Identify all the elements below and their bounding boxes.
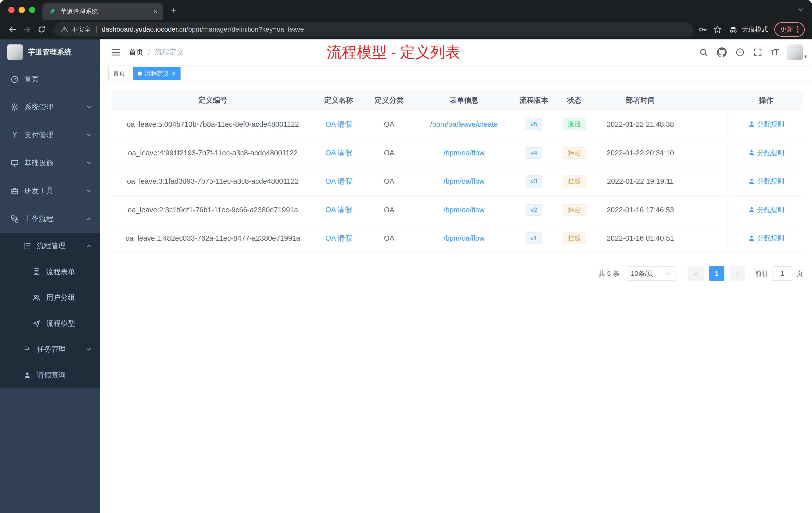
url-bar[interactable]: 不安全 dashboard.yudao.iocoder.cn/bpm/manag…	[54, 22, 693, 37]
new-tab-button[interactable]: +	[171, 5, 177, 15]
font-size-icon[interactable]: тT	[771, 48, 778, 57]
chevron-down-icon	[86, 132, 92, 138]
form-link[interactable]: /bpm/oa/leave/create	[430, 120, 498, 128]
sidebar-menu: 首页 系统管理 ¥ 支付管理 基础设施	[0, 65, 100, 388]
key-icon[interactable]	[698, 25, 707, 34]
current-page-button[interactable]: 1	[709, 266, 725, 281]
forward-icon[interactable]	[20, 22, 34, 37]
goto-page: 前往 页	[755, 266, 803, 281]
assign-rule-link[interactable]: 分配规则	[749, 205, 784, 214]
breadcrumb-home[interactable]: 首页	[129, 47, 144, 57]
window-controls	[8, 7, 35, 13]
tree-list-icon	[23, 241, 32, 250]
search-icon[interactable]	[699, 48, 708, 57]
cell-definition-id: oa_leave:4:991f2193-7b7f-11ec-a3c8-acde4…	[112, 139, 314, 167]
paper-plane-icon	[32, 319, 41, 328]
sidebar-item-label: 工作流程	[24, 214, 53, 224]
tag-label: 流程定义	[144, 69, 169, 78]
bookmark-star-icon[interactable]	[713, 25, 722, 34]
assign-rule-link[interactable]: 分配规则	[749, 148, 784, 157]
sidebar-item-label: 流程模型	[46, 319, 75, 329]
tab-search-icon[interactable]	[798, 7, 804, 13]
sidebar-item-task-management[interactable]: 任务管理	[0, 337, 100, 362]
next-page-button[interactable]: ›	[730, 266, 745, 281]
sidebar-logo[interactable]: 芋道管理系统	[0, 39, 100, 65]
update-button[interactable]: 更新	[774, 22, 805, 37]
col-filler	[687, 91, 729, 110]
form-link[interactable]: /bpm/oa/flow	[443, 206, 485, 214]
browser-tab[interactable]: 芋道管理系统 ×	[42, 3, 163, 20]
form-icon	[32, 267, 41, 276]
zoom-window-button[interactable]	[29, 7, 35, 13]
caret-down-icon: ▾	[804, 54, 807, 60]
form-link[interactable]: /bpm/oa/flow	[443, 234, 485, 242]
tag-close-icon[interactable]: ×	[172, 70, 176, 77]
url-text: dashboard.yudao.iocoder.cn/bpm/manager/d…	[102, 26, 304, 33]
github-icon[interactable]	[717, 48, 727, 57]
sidebar-item-system[interactable]: 系统管理	[0, 93, 100, 121]
minimize-window-button[interactable]	[19, 7, 25, 13]
sidebar-item-infrastructure[interactable]: 基础设施	[0, 149, 100, 177]
definition-name-link[interactable]: OA 请假	[325, 234, 352, 242]
table-row: oa_leave:4:991f2193-7b7f-11ec-a3c8-acde4…	[112, 139, 803, 167]
cell-category: OA	[364, 139, 415, 167]
close-window-button[interactable]	[8, 7, 14, 13]
status-badge: 挂起	[563, 233, 586, 244]
sidebar-item-label: 系统管理	[24, 102, 53, 112]
chevron-down-icon	[86, 188, 92, 194]
version-badge: v2	[525, 204, 542, 216]
url-separator	[96, 26, 97, 33]
tag-home[interactable]: 首页	[108, 67, 130, 80]
sidebar-item-label: 请假查询	[37, 370, 65, 380]
tab-strip: 芋道管理系统 × +	[0, 0, 812, 20]
sidebar-item-process-management[interactable]: 流程管理	[0, 233, 100, 259]
back-icon[interactable]	[5, 22, 20, 37]
page-size-select[interactable]: 10条/页	[626, 266, 675, 281]
person-icon	[749, 178, 755, 184]
fullscreen-icon[interactable]	[753, 48, 762, 57]
sidebar-item-payment[interactable]: ¥ 支付管理	[0, 121, 100, 149]
chevron-up-icon	[86, 216, 92, 222]
sidebar-item-process-model[interactable]: 流程模型	[0, 311, 100, 337]
flag-icon	[23, 345, 32, 354]
sidebar-item-process-form[interactable]: 流程表单	[0, 259, 100, 284]
security-chip[interactable]: 不安全	[61, 25, 91, 34]
help-icon[interactable]: ?	[736, 48, 745, 57]
hamburger-icon[interactable]	[100, 48, 129, 57]
incognito-icon	[728, 26, 738, 33]
assign-rule-link[interactable]: 分配规则	[749, 120, 784, 129]
cell-definition-id: oa_leave:3:1fad3d93-7b75-11ec-a3c8-acde4…	[112, 167, 314, 195]
security-label: 不安全	[71, 25, 91, 34]
user-avatar[interactable]: ▾	[787, 44, 807, 60]
sidebar-item-workflow[interactable]: 工作流程	[0, 205, 100, 233]
annotation-text: 流程模型 - 定义列表	[327, 42, 460, 62]
definition-name-link[interactable]: OA 请假	[325, 206, 352, 214]
update-label: 更新	[780, 25, 793, 34]
form-link[interactable]: /bpm/oa/flow	[443, 177, 485, 185]
user-group-icon	[32, 293, 41, 302]
navbar: 首页 / 流程定义 流程模型 - 定义列表 ?	[100, 39, 812, 65]
sidebar-item-label: 用户分组	[46, 293, 75, 303]
cell-category: OA	[364, 196, 415, 224]
sidebar-item-leave-query[interactable]: 请假查询	[0, 362, 100, 388]
sidebar-item-home[interactable]: 首页	[0, 65, 100, 93]
form-link[interactable]: /bpm/oa/flow	[443, 149, 485, 157]
assign-rule-link[interactable]: 分配规则	[749, 234, 784, 243]
prev-page-button[interactable]: ‹	[688, 266, 704, 281]
browser-window: 芋道管理系统 × + 不安全 dashboard.yudao.iocoder.c…	[0, 0, 812, 513]
sidebar-item-label: 任务管理	[37, 344, 65, 354]
sidebar-item-user-group[interactable]: 用户分组	[0, 284, 100, 310]
assign-rule-link[interactable]: 分配规则	[749, 177, 784, 186]
status-badge: 激活	[563, 118, 586, 130]
col-definition-name: 定义名称	[314, 91, 364, 110]
pagination: 共 5 条 10条/页 ‹ 1 › 前往 页	[112, 266, 803, 281]
definition-name-link[interactable]: OA 请假	[325, 177, 352, 185]
sidebar-item-devtools[interactable]: 研发工具	[0, 177, 100, 205]
status-badge: 挂起	[563, 175, 586, 187]
reload-icon[interactable]	[34, 22, 49, 37]
tab-close-icon[interactable]: ×	[153, 8, 157, 15]
goto-page-input[interactable]	[773, 266, 792, 281]
definition-name-link[interactable]: OA 请假	[325, 149, 352, 157]
definition-name-link[interactable]: OA 请假	[325, 120, 352, 128]
tag-process-definition[interactable]: 流程定义 ×	[133, 67, 180, 80]
